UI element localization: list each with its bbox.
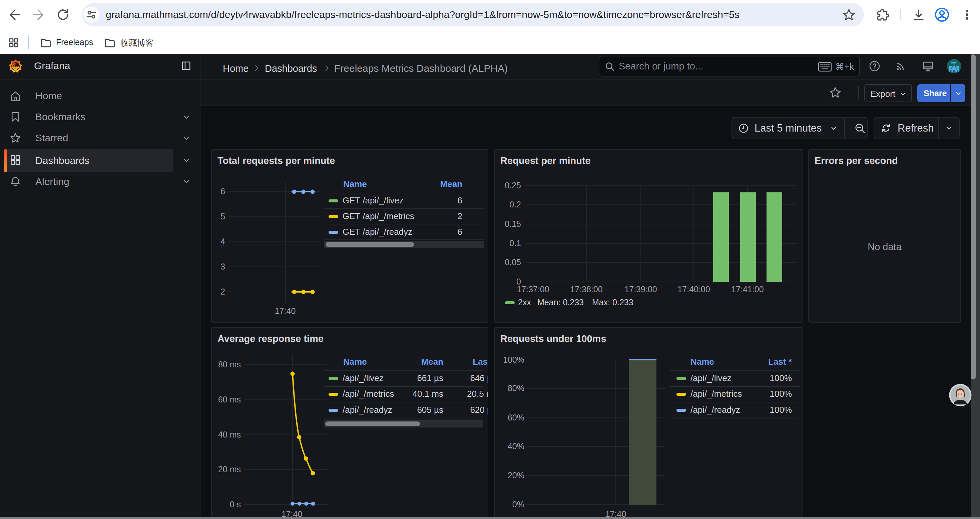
svg-text:80%: 80%: [508, 383, 524, 393]
svg-text:0%: 0%: [512, 500, 524, 509]
svg-text:17:40: 17:40: [282, 509, 302, 517]
svg-text:80 ms: 80 ms: [218, 360, 241, 369]
svg-text:2: 2: [221, 287, 225, 296]
svg-text:3: 3: [221, 262, 225, 271]
svg-text:5: 5: [221, 212, 225, 221]
svg-text:6: 6: [221, 187, 225, 196]
svg-text:0.2: 0.2: [509, 200, 521, 209]
svg-text:20%: 20%: [508, 471, 524, 480]
svg-text:4: 4: [221, 237, 225, 246]
svg-text:0 s: 0 s: [230, 500, 241, 509]
svg-text:40 ms: 40 ms: [218, 430, 241, 439]
svg-text:40%: 40%: [508, 442, 524, 451]
svg-text:17:37:00: 17:37:00: [517, 284, 549, 294]
svg-text:100%: 100%: [503, 355, 524, 364]
svg-text:17:40: 17:40: [275, 306, 296, 316]
svg-text:17:40: 17:40: [605, 509, 627, 517]
svg-text:0.25: 0.25: [505, 181, 521, 190]
svg-text:17:39:00: 17:39:00: [624, 284, 657, 294]
svg-text:17:40:00: 17:40:00: [678, 284, 710, 294]
svg-text:60 ms: 60 ms: [218, 395, 241, 404]
svg-text:60%: 60%: [508, 413, 524, 422]
svg-text:20 ms: 20 ms: [218, 465, 241, 474]
svg-text:0.05: 0.05: [505, 257, 521, 267]
svg-text:0.15: 0.15: [505, 219, 521, 228]
svg-text:17:41:00: 17:41:00: [731, 284, 764, 294]
svg-text:17:38:00: 17:38:00: [570, 284, 602, 294]
svg-text:0.1: 0.1: [509, 238, 521, 248]
